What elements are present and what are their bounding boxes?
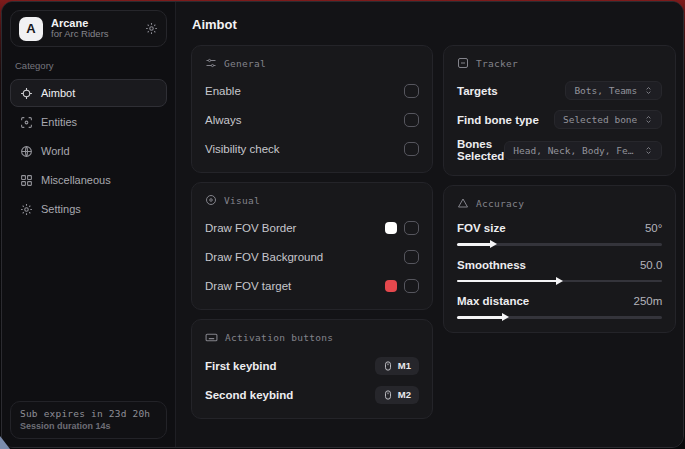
gear-icon xyxy=(20,203,33,216)
aperture-icon xyxy=(205,194,217,206)
second-keybind-button[interactable]: M2 xyxy=(375,386,419,404)
chevrons-up-down-icon xyxy=(644,114,653,125)
app-logo: A xyxy=(19,17,43,41)
setting-row: Draw FOV Background xyxy=(205,246,419,267)
enable-checkbox[interactable] xyxy=(404,84,419,98)
card-title: Tracker xyxy=(476,58,518,69)
page-title: Aimbot xyxy=(192,17,676,32)
sidebar-nav: Aimbot Entities World xyxy=(10,79,167,223)
setting-row: Smoothness 50.0 xyxy=(457,259,662,283)
sidebar-item-miscellaneous[interactable]: Miscellaneous xyxy=(10,166,167,194)
card-visual: Visual Draw FOV Border Draw FOV Backgrou… xyxy=(191,182,433,310)
sidebar-item-label: Entities xyxy=(41,116,77,128)
setting-label: FOV size xyxy=(457,222,506,234)
dropdown-value: Head, Neck, Body, Fe... xyxy=(513,145,637,156)
fov-background-checkbox[interactable] xyxy=(404,250,419,264)
setting-label: Max distance xyxy=(457,295,529,307)
chevrons-up-down-icon xyxy=(644,145,653,156)
setting-row: Always xyxy=(205,109,419,130)
color-swatch-white[interactable] xyxy=(385,222,397,234)
setting-row: First keybind M1 xyxy=(205,355,419,376)
main-content: Aimbot General Enable xyxy=(176,2,684,447)
mouse-icon xyxy=(383,360,393,372)
setting-label: First keybind xyxy=(205,360,277,372)
color-swatch-red[interactable] xyxy=(385,280,397,292)
find-bone-type-dropdown[interactable]: Selected bone xyxy=(554,110,662,129)
card-title: Accuracy xyxy=(476,198,524,209)
max-distance-slider[interactable] xyxy=(457,316,662,319)
crosshair-icon xyxy=(20,87,33,100)
fov-size-slider[interactable] xyxy=(457,243,662,246)
fov-target-checkbox[interactable] xyxy=(404,279,419,293)
focus-box-icon xyxy=(457,57,469,69)
sliders-icon xyxy=(205,57,217,69)
sidebar-item-label: World xyxy=(41,145,70,157)
setting-label: Enable xyxy=(205,85,241,97)
setting-row: Visibility check xyxy=(205,138,419,159)
gear-icon[interactable] xyxy=(145,22,158,35)
sidebar: A Arcane for Arc Riders Category xyxy=(2,2,176,447)
setting-label: Draw FOV target xyxy=(205,280,291,292)
slider-knob[interactable] xyxy=(490,240,497,248)
sidebar-item-label: Aimbot xyxy=(41,87,75,99)
subscription-info: Sub expires in 23d 20h Session duration … xyxy=(10,401,167,439)
sidebar-item-world[interactable]: World xyxy=(10,137,167,165)
keyboard-icon xyxy=(205,331,218,344)
triangle-icon xyxy=(457,197,469,209)
setting-label: Smoothness xyxy=(457,259,526,271)
fov-border-checkbox[interactable] xyxy=(404,221,419,235)
slider-knob[interactable] xyxy=(556,277,563,285)
card-tracker: Tracker Targets Bots, Teams xyxy=(443,45,676,176)
sidebar-item-label: Settings xyxy=(41,203,81,215)
dropdown-value: Selected bone xyxy=(563,114,637,125)
bones-selected-dropdown[interactable]: Head, Neck, Body, Fe... xyxy=(504,141,662,160)
setting-label: Second keybind xyxy=(205,389,293,401)
session-duration-text: Session duration 14s xyxy=(20,421,157,431)
mouse-icon xyxy=(383,389,393,401)
setting-label: Targets xyxy=(457,85,498,97)
sidebar-item-settings[interactable]: Settings xyxy=(10,195,167,223)
sidebar-item-aimbot[interactable]: Aimbot xyxy=(10,79,167,107)
setting-row: Find bone type Selected bone xyxy=(457,109,662,130)
setting-label: Bones Selected xyxy=(457,138,504,162)
app-logo-card: A Arcane for Arc Riders xyxy=(10,10,167,47)
setting-row: Targets Bots, Teams xyxy=(457,80,662,101)
card-general: General Enable Always Visibility check xyxy=(191,45,433,173)
category-label: Category xyxy=(15,60,163,71)
setting-row: Draw FOV Border xyxy=(205,217,419,238)
setting-row: FOV size 50° xyxy=(457,222,662,246)
setting-label: Draw FOV Border xyxy=(205,222,296,234)
first-keybind-button[interactable]: M1 xyxy=(375,357,419,375)
max-distance-value: 250m xyxy=(634,295,663,307)
sub-expiry-text: Sub expires in 23d 20h xyxy=(20,408,157,419)
chevrons-up-down-icon xyxy=(644,85,653,96)
sidebar-item-entities[interactable]: Entities xyxy=(10,108,167,136)
mouse-cursor xyxy=(0,436,10,449)
setting-row: Bones Selected Head, Neck, Body, Fe... xyxy=(457,138,662,162)
always-checkbox[interactable] xyxy=(404,113,419,127)
card-title: Visual xyxy=(224,195,260,206)
setting-label: Find bone type xyxy=(457,114,539,126)
card-title: General xyxy=(224,58,266,69)
visibility-check-checkbox[interactable] xyxy=(404,142,419,156)
slider-knob[interactable] xyxy=(502,313,509,321)
setting-row: Second keybind M2 xyxy=(205,384,419,405)
keybind-value: M1 xyxy=(398,360,411,371)
setting-label: Always xyxy=(205,114,241,126)
fov-size-value: 50° xyxy=(645,222,662,234)
setting-label: Visibility check xyxy=(205,143,280,155)
targets-dropdown[interactable]: Bots, Teams xyxy=(565,81,662,100)
setting-row: Enable xyxy=(205,80,419,101)
card-title: Activation buttons xyxy=(225,332,333,343)
grid-icon xyxy=(20,174,33,187)
smoothness-value: 50.0 xyxy=(640,259,662,271)
card-accuracy: Accuracy FOV size 50° xyxy=(443,185,676,333)
keybind-value: M2 xyxy=(398,389,411,400)
sidebar-item-label: Miscellaneous xyxy=(41,174,111,186)
smoothness-slider[interactable] xyxy=(457,280,662,283)
card-activation-buttons: Activation buttons First keybind M1 xyxy=(191,319,433,419)
setting-row: Draw FOV target xyxy=(205,275,419,296)
setting-label: Draw FOV Background xyxy=(205,251,323,263)
app-window: A Arcane for Arc Riders Category xyxy=(1,1,684,448)
dropdown-value: Bots, Teams xyxy=(574,85,637,96)
